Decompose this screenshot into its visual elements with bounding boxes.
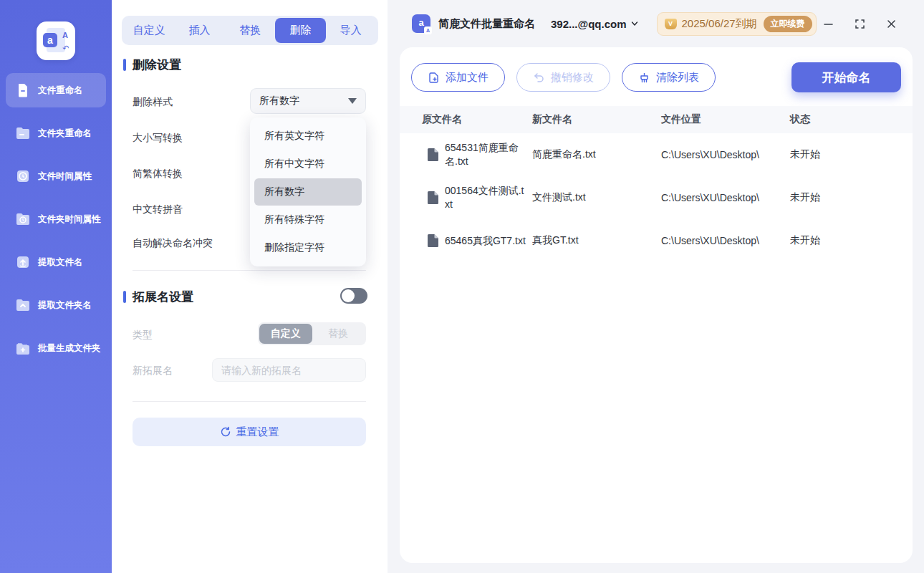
pinyin-convert-label: 中文转拼音 bbox=[133, 203, 183, 216]
undo-changes-button[interactable]: 撤销修改 bbox=[516, 63, 610, 92]
new-extension-label: 新拓展名 bbox=[133, 365, 173, 377]
sidebar-item-label: 提取文件夹名 bbox=[38, 299, 92, 312]
sidebar-item-label: 文件夹重命名 bbox=[38, 127, 92, 140]
sidebar-item-label: 文件重命名 bbox=[38, 85, 83, 97]
clear-list-button[interactable]: 清除列表 bbox=[622, 63, 716, 92]
delete-style-select[interactable]: 所有数字 bbox=[250, 88, 366, 114]
settings-panel: 自定义 插入 替换 删除 导入 删除设置 删除样式 所有数字 大小写转换 简繁体… bbox=[112, 0, 388, 573]
vip-icon: V bbox=[665, 19, 677, 29]
table-header: 原文件名 新文件名 文件位置 状态 bbox=[400, 106, 913, 133]
account-email: 392...@qq.com bbox=[551, 18, 627, 30]
file-rename-icon bbox=[14, 82, 32, 99]
sidebar-item-extract-filename[interactable]: 提取文件名 bbox=[6, 245, 106, 279]
tab-insert[interactable]: 插入 bbox=[174, 18, 224, 43]
auto-resolve-conflict-label: 自动解决命名冲突 bbox=[133, 237, 213, 250]
clear-list-icon bbox=[638, 72, 650, 84]
refresh-icon bbox=[220, 426, 231, 438]
sidebar-nav: 文件重命名 文件夹重命名 文件时间属性 文件夹时间属性 bbox=[0, 73, 112, 374]
divider bbox=[133, 401, 366, 402]
extension-settings-header: 拓展名设置 bbox=[123, 289, 193, 305]
dropdown-option-chinese[interactable]: 所有中文字符 bbox=[254, 150, 362, 178]
sidebar-item-label: 批量生成文件夹 bbox=[38, 342, 101, 355]
license-badge: V 2025/06/27到期 立即续费 bbox=[657, 12, 817, 36]
start-rename-button[interactable]: 开始命名 bbox=[791, 62, 901, 92]
dropdown-option-english[interactable]: 所有英文字符 bbox=[254, 122, 362, 150]
license-expiry: 2025/06/27到期 bbox=[682, 17, 757, 31]
file-icon bbox=[428, 234, 438, 247]
add-file-icon bbox=[428, 72, 440, 84]
type-label: 类型 bbox=[133, 329, 153, 342]
titlebar: aA 简鹿文件批量重命名 392...@qq.com V 2025/06/27到… bbox=[388, 0, 924, 47]
maximize-button[interactable] bbox=[852, 16, 867, 31]
extract-filename-icon bbox=[14, 254, 32, 271]
extension-toggle[interactable] bbox=[340, 288, 367, 304]
section-bar bbox=[123, 291, 126, 303]
sidebar-item-label: 提取文件名 bbox=[38, 256, 83, 269]
file-table-body: 654531简鹿重命名.txt 简鹿重命名.txt C:\Users\XU\De… bbox=[400, 133, 913, 563]
tab-delete[interactable]: 删除 bbox=[275, 18, 325, 43]
section-bar bbox=[123, 59, 126, 71]
dropdown-option-numbers[interactable]: 所有数字 bbox=[254, 178, 362, 206]
window-controls bbox=[821, 16, 924, 31]
file-time-icon bbox=[14, 168, 32, 185]
status-badge: 未开始 bbox=[790, 148, 913, 161]
close-button[interactable] bbox=[884, 16, 898, 31]
sidebar-item-batch-create-folder[interactable]: 批量生成文件夹 bbox=[6, 331, 106, 365]
folder-time-icon bbox=[14, 211, 32, 228]
sidebar-item-file-rename[interactable]: 文件重命名 bbox=[6, 73, 106, 107]
col-location: 文件位置 bbox=[661, 113, 790, 126]
tab-import[interactable]: 导入 bbox=[326, 18, 376, 43]
sidebar-item-folder-time[interactable]: 文件夹时间属性 bbox=[6, 202, 106, 236]
folder-rename-icon bbox=[14, 125, 32, 142]
extract-foldername-icon bbox=[14, 297, 32, 314]
app-icon: aA bbox=[412, 14, 430, 33]
reset-settings-button[interactable]: 重置设置 bbox=[133, 418, 366, 446]
tab-replace[interactable]: 替换 bbox=[225, 18, 275, 43]
renew-button[interactable]: 立即续费 bbox=[764, 16, 812, 32]
case-convert-label: 大小写转换 bbox=[133, 132, 183, 145]
sidebar-item-label: 文件夹时间属性 bbox=[38, 213, 101, 226]
sidebar-item-folder-rename[interactable]: 文件夹重命名 bbox=[6, 116, 106, 150]
table-row[interactable]: 001564文件测试.txt 文件测试.txt C:\Users\XU\Desk… bbox=[400, 176, 913, 219]
delete-settings-header: 删除设置 bbox=[123, 57, 181, 73]
segment-custom[interactable]: 自定义 bbox=[259, 324, 312, 344]
segment-replace[interactable]: 替换 bbox=[312, 324, 365, 344]
table-row[interactable]: 654531简鹿重命名.txt 简鹿重命名.txt C:\Users\XU\De… bbox=[400, 133, 913, 176]
divider bbox=[133, 270, 366, 271]
status-badge: 未开始 bbox=[790, 234, 913, 247]
sidebar-item-file-time[interactable]: 文件时间属性 bbox=[6, 159, 106, 193]
col-status: 状态 bbox=[790, 113, 913, 126]
app-logo-icon: a A ↷ bbox=[37, 21, 75, 60]
sidebar-item-label: 文件时间属性 bbox=[38, 170, 92, 183]
minimize-button[interactable] bbox=[821, 16, 835, 31]
status-badge: 未开始 bbox=[790, 191, 913, 204]
col-new-name: 新文件名 bbox=[532, 113, 661, 126]
sidebar: a A ↷ 文件重命名 文件夹重命名 文件时间属性 bbox=[0, 0, 112, 573]
extension-type-segmented: 自定义 替换 bbox=[258, 322, 366, 345]
delete-style-value: 所有数字 bbox=[259, 95, 348, 107]
new-extension-input[interactable] bbox=[212, 358, 366, 382]
chevron-down-icon bbox=[631, 20, 638, 27]
account-menu[interactable]: 392...@qq.com bbox=[551, 18, 638, 30]
dropdown-option-specified[interactable]: 删除指定字符 bbox=[254, 234, 362, 261]
delete-style-label: 删除样式 bbox=[133, 96, 173, 109]
file-icon bbox=[428, 148, 438, 161]
chevron-down-icon bbox=[348, 98, 357, 104]
sidebar-item-extract-foldername[interactable]: 提取文件夹名 bbox=[6, 288, 106, 322]
file-list-card: 添加文件 撤销修改 清除列表 开始命名 原文件名 新文件名 文件位置 状态 bbox=[400, 47, 913, 563]
add-files-button[interactable]: 添加文件 bbox=[411, 63, 505, 92]
app-window: a A ↷ 文件重命名 文件夹重命名 文件时间属性 bbox=[0, 0, 924, 573]
mode-tabbar: 自定义 插入 替换 删除 导入 bbox=[122, 16, 378, 45]
col-original-name: 原文件名 bbox=[422, 113, 532, 126]
file-icon bbox=[428, 191, 438, 204]
delete-style-dropdown: 所有英文字符 所有中文字符 所有数字 所有特殊字符 删除指定字符 bbox=[250, 117, 366, 266]
tab-custom[interactable]: 自定义 bbox=[124, 18, 174, 43]
undo-icon bbox=[533, 72, 545, 84]
file-toolbar: 添加文件 撤销修改 清除列表 开始命名 bbox=[400, 47, 913, 95]
main-area: aA 简鹿文件批量重命名 392...@qq.com V 2025/06/27到… bbox=[388, 0, 924, 573]
batch-create-folder-icon bbox=[14, 340, 32, 357]
simplified-traditional-label: 简繁体转换 bbox=[133, 168, 183, 180]
window-title: 简鹿文件批量重命名 bbox=[438, 17, 535, 31]
dropdown-option-special[interactable]: 所有特殊字符 bbox=[254, 206, 362, 233]
table-row[interactable]: 65465真我GT7.txt 真我GT.txt C:\Users\XU\Desk… bbox=[400, 219, 913, 262]
